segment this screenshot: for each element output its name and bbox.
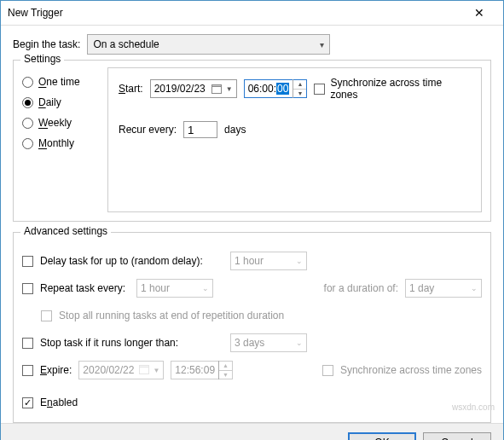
begin-task-select[interactable]: On a schedule ▾ (87, 34, 330, 55)
dialog-new-trigger: New Trigger ✕ Begin the task: On a sched… (0, 0, 504, 440)
duration-label: for a duration of: (324, 282, 398, 294)
repeat-checkbox[interactable] (22, 283, 33, 294)
settings-legend: Settings (20, 53, 64, 65)
radio-icon (22, 138, 33, 149)
start-time-hm: 06:00: (248, 83, 276, 95)
svg-rect-3 (140, 365, 149, 367)
expire-time-input[interactable]: 12:56:09 ▲▼ (171, 361, 233, 379)
advanced-fieldset: Advanced settings Delay task for up to (… (13, 232, 491, 423)
calendar-icon (139, 364, 149, 377)
radio-weekly[interactable]: Weekly (22, 117, 99, 129)
sync-timezones-checkbox[interactable]: Synchronize across time zones (314, 77, 471, 101)
repeat-combo[interactable]: 1 hour ⌄ (136, 279, 213, 298)
recur-unit: days (224, 124, 246, 136)
recur-label: Recur every: (119, 124, 177, 136)
delay-checkbox[interactable] (22, 256, 33, 267)
chevron-down-icon: ⌄ (296, 257, 303, 265)
chevron-down-icon: ▾ (320, 40, 324, 49)
delay-combo[interactable]: 1 hour ⌄ (230, 252, 307, 270)
checkbox-icon (314, 84, 325, 95)
radio-icon (22, 118, 33, 129)
chevron-down-icon: ⌄ (202, 284, 209, 292)
close-icon: ✕ (474, 6, 484, 20)
expire-sync-checkbox (322, 365, 333, 376)
enabled-label: Enabled (40, 397, 78, 408)
start-time-sec: 00 (276, 83, 289, 95)
cancel-button[interactable]: Cancel (423, 432, 491, 440)
stop-longer-label: Stop task if it runs longer than: (40, 337, 223, 349)
stop-longer-checkbox[interactable] (22, 338, 33, 349)
chevron-down-icon: ⌄ (471, 284, 478, 292)
recur-input[interactable] (183, 121, 217, 138)
stop-rep-label: Stop all running tasks at end of repetit… (59, 310, 284, 321)
delay-label: Delay task for up to (random delay): (40, 255, 223, 267)
svg-rect-1 (211, 85, 221, 87)
schedule-panel: Start: 2019/02/23 ▼ 06:00:00 (107, 67, 482, 212)
start-time-input[interactable]: 06:00:00 ▲▼ (244, 79, 308, 98)
settings-fieldset: Settings One time Daily Weekly (13, 60, 491, 222)
dialog-footer: OK Cancel (1, 423, 503, 440)
window-title: New Trigger (8, 7, 462, 19)
begin-task-label: Begin the task: (13, 38, 80, 50)
expire-label: Expire: (40, 364, 72, 376)
radio-daily[interactable]: Daily (22, 96, 99, 108)
time-spinner[interactable]: ▲▼ (218, 361, 232, 379)
titlebar: New Trigger ✕ (1, 1, 503, 26)
stop-longer-combo[interactable]: 3 days ⌄ (230, 333, 307, 352)
begin-task-value: On a schedule (93, 38, 159, 50)
sync-label: Synchronize across time zones (330, 77, 471, 101)
close-button[interactable]: ✕ (462, 1, 496, 25)
repeat-label: Repeat task every: (40, 282, 130, 294)
advanced-legend: Advanced settings (20, 225, 111, 237)
stop-rep-checkbox (41, 310, 52, 321)
start-date-value: 2019/02/23 (154, 83, 206, 95)
expire-date-input[interactable]: 2020/02/22 ▼ (78, 361, 164, 379)
chevron-down-icon: ⌄ (296, 339, 303, 347)
watermark: wsxdn.com (452, 402, 495, 412)
ok-button[interactable]: OK (348, 432, 416, 440)
start-date-input[interactable]: 2019/02/23 ▼ (150, 79, 237, 98)
time-spinner[interactable]: ▲▼ (293, 79, 306, 98)
enabled-checkbox[interactable] (22, 397, 33, 408)
radio-onetime[interactable]: One time (22, 76, 99, 88)
start-label: Start: (119, 83, 143, 95)
expire-sync-label: Synchronize across time zones (340, 364, 482, 376)
chevron-down-icon: ▼ (153, 367, 159, 374)
duration-combo[interactable]: 1 day ⌄ (405, 279, 482, 298)
calendar-icon (211, 83, 223, 95)
radio-monthly[interactable]: Monthly (22, 137, 99, 149)
chevron-down-icon: ▼ (226, 85, 233, 93)
radio-icon (22, 77, 33, 88)
expire-checkbox[interactable] (22, 365, 33, 376)
radio-icon (22, 97, 33, 108)
